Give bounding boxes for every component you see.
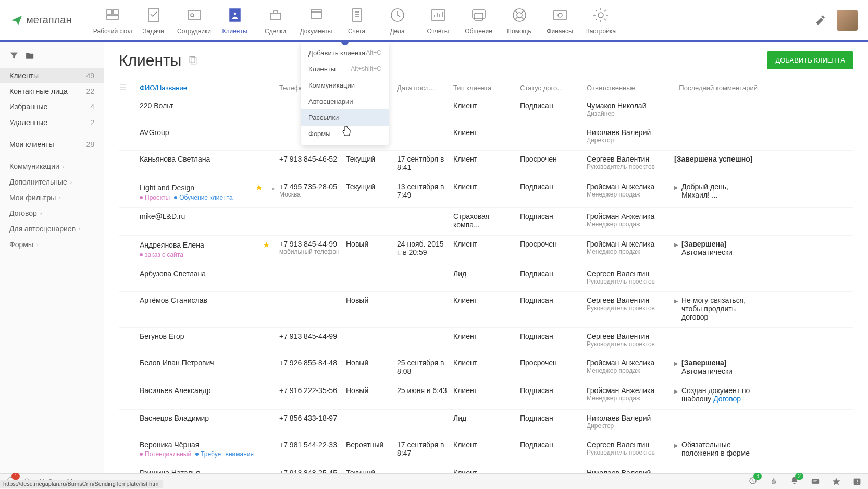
copy-icon[interactable] — [188, 55, 198, 66]
svg-rect-0 — [107, 10, 112, 14]
svg-rect-16 — [554, 11, 566, 19]
column-type[interactable]: Тип клиента — [453, 84, 516, 92]
sidebar-my-clients[interactable]: Мои клиенты 28 — [0, 137, 104, 152]
star-icon: ★ — [255, 183, 268, 192]
nav-deals[interactable]: Сделки — [255, 6, 296, 35]
table-row[interactable]: Артёмов Станислав Новый Клиент Подписан … — [119, 292, 853, 328]
table-row[interactable]: Гришина Наталья +7 913 848-25-45 Текущий… — [119, 464, 853, 473]
nav-tasks[interactable]: Задачи — [133, 6, 174, 35]
table-header: ФИО/Название Телефоны Статус Дата посл..… — [119, 79, 853, 97]
user-avatar[interactable] — [837, 10, 858, 31]
badge-count: 1 — [11, 473, 20, 473]
table-row[interactable]: Андреянова Елена★заказ с сайта +7 913 84… — [119, 236, 853, 265]
add-folder-icon[interactable] — [25, 51, 34, 60]
sidebar-label: Мои клиенты — [9, 140, 54, 149]
table-row[interactable]: Каньянова Светлана +7 913 845-46-52 Теку… — [119, 151, 853, 178]
svg-point-7 — [233, 12, 237, 15]
triangle-icon: ▶ — [674, 361, 678, 366]
triangle-icon: ▶ — [674, 242, 678, 248]
sidebar-sub[interactable]: Договор › — [0, 205, 104, 221]
sidebar-sub[interactable]: Мои фильтры › — [0, 190, 104, 205]
svg-point-17 — [558, 13, 562, 17]
chevron-right-icon: ▸ — [272, 185, 275, 191]
sidebar-count: 28 — [86, 140, 94, 149]
badge-count: 2 — [795, 473, 803, 473]
sidebar-item[interactable]: Клиенты49 — [0, 68, 104, 83]
content: Клиенты ДОБАВИТЬ КЛИЕНТА + Добавить клие… — [104, 42, 868, 473]
column-name[interactable]: ФИО/Название — [140, 84, 275, 92]
clients-dropdown: + Добавить клиентаAlt+CКлиентыAlt+shift+… — [301, 42, 389, 145]
svg-rect-19 — [190, 56, 195, 63]
triangle-icon: ▶ — [674, 185, 678, 190]
table-row[interactable]: 220 Вольт Вероятный Клиент Подписан Чума… — [119, 97, 853, 124]
dropdown-item[interactable]: Добавить клиентаAlt+C — [301, 45, 389, 61]
svg-point-18 — [598, 13, 603, 18]
chevron-right-icon: › — [79, 226, 81, 232]
dropdown-item[interactable]: Формы — [301, 126, 389, 142]
svg-rect-9 — [353, 9, 361, 21]
table-row[interactable]: Бегунов Егор +7 913 845-44-99 Клиент Под… — [119, 328, 853, 354]
edit-icon[interactable] — [815, 15, 826, 26]
sidebar-sub[interactable]: Коммуникации › — [0, 158, 104, 174]
sidebar-item[interactable]: Удаленные2 — [0, 115, 104, 130]
svg-rect-2 — [107, 15, 118, 19]
table-row[interactable]: Вероника ЧёрнаяПотенциальныйТребует вним… — [119, 436, 853, 464]
sidebar-item[interactable]: Избранные4 — [0, 99, 104, 115]
columns-icon[interactable] — [119, 83, 127, 91]
table-row[interactable]: AVGroup Клиент Николаев ВалерийДиректор — [119, 124, 853, 151]
badge-count: 3 — [753, 473, 762, 473]
dropdown-item[interactable]: КлиентыAlt+shift+C — [301, 61, 389, 77]
chevron-right-icon: › — [63, 163, 65, 169]
chevron-right-icon: › — [40, 210, 42, 216]
dropdown-item[interactable]: Коммуникации — [301, 77, 389, 93]
svg-rect-13 — [475, 13, 483, 20]
svg-rect-4 — [188, 11, 201, 19]
sidebar-sub[interactable]: Формы › — [0, 237, 104, 252]
nav-settings[interactable]: Настройка — [580, 6, 621, 35]
logo-text: мегаплан — [26, 14, 72, 26]
dropdown-item[interactable]: Автосценарии — [301, 93, 389, 109]
svg-rect-8 — [311, 10, 321, 18]
table-row[interactable]: Арбузова Светлана Лид Подписан Сергеев В… — [119, 265, 853, 292]
triangle-icon: ▶ — [674, 388, 678, 394]
nav-finance[interactable]: Финансы — [540, 6, 580, 35]
top-nav: мегаплан Рабочий столЗадачиСотрудникиКли… — [0, 0, 868, 42]
svg-rect-20 — [191, 58, 196, 64]
sidebar-sub[interactable]: Дополнительные › — [0, 174, 104, 190]
svg-rect-1 — [113, 10, 118, 14]
chevron-right-icon: › — [59, 194, 61, 201]
svg-point-15 — [517, 13, 522, 18]
column-responsible[interactable]: Ответственные — [587, 84, 670, 92]
nav-employees[interactable]: Сотрудники — [174, 6, 215, 35]
filter-icon[interactable] — [9, 51, 19, 60]
triangle-icon: ▶ — [674, 298, 678, 304]
svg-point-5 — [191, 14, 194, 17]
column-comment[interactable]: Последний комментарий — [674, 84, 758, 92]
star-icon: ★ — [263, 240, 275, 249]
add-client-button[interactable]: ДОБАВИТЬ КЛИЕНТА — [767, 51, 853, 69]
nav-help[interactable]: Помощь — [499, 6, 540, 35]
page-title: Клиенты — [119, 52, 198, 69]
nav-reports[interactable]: Отчёты — [418, 6, 458, 35]
chevron-right-icon: › — [70, 179, 72, 185]
table-row[interactable]: mike@L&D.ru Страховая компа... Подписан … — [119, 208, 853, 236]
chevron-right-icon: › — [36, 241, 39, 248]
table-row[interactable]: Васнецов Владимир +7 856 433-18-97 Лид П… — [119, 410, 853, 436]
sidebar-sub[interactable]: Для автосценариев › — [0, 221, 104, 237]
triangle-icon: ▶ — [674, 443, 678, 448]
nav-chat[interactable]: Общение — [458, 6, 499, 35]
nav-desktop[interactable]: Рабочий стол — [93, 6, 133, 35]
logo[interactable]: мегаплан — [10, 14, 72, 27]
nav-documents[interactable]: Документы — [296, 6, 337, 35]
table-row[interactable]: Белов Иван Петрович +7 926 855-84-48 Нов… — [119, 354, 853, 382]
sidebar-item[interactable]: Контактные лица22 — [0, 83, 104, 99]
table-row[interactable]: Васильев Александр +7 916 222-35-56 Новы… — [119, 382, 853, 410]
column-date[interactable]: Дата посл... — [397, 84, 449, 92]
nav-clients[interactable]: Клиенты — [215, 6, 255, 35]
sidebar: Клиенты49Контактные лица22Избранные4Удал… — [0, 42, 104, 473]
nav-affairs[interactable]: Дела — [377, 6, 418, 35]
table-row[interactable]: Light and Design★▸ПроектыОбучение клиент… — [119, 178, 853, 208]
dropdown-item[interactable]: Рассылки — [301, 109, 389, 126]
column-contract[interactable]: Статус дого... — [520, 84, 582, 92]
nav-bills[interactable]: Счета — [337, 6, 377, 35]
